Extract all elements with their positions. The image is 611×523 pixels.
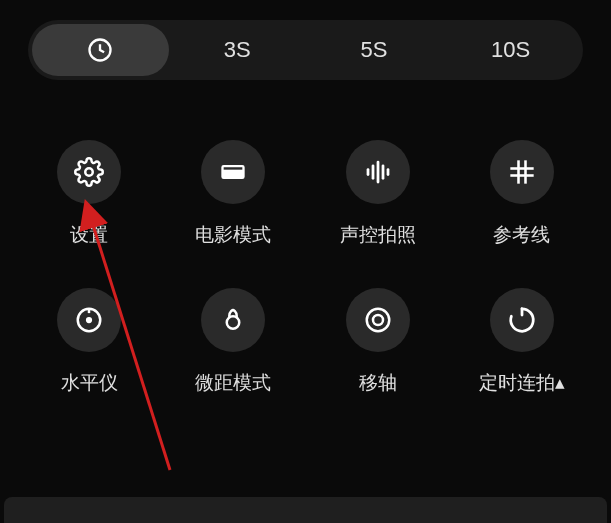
timer-icon: [490, 288, 554, 352]
svg-point-1: [85, 168, 93, 176]
tiltshift-icon: [346, 288, 410, 352]
tile-label: 电影模式: [195, 222, 271, 248]
gear-icon: [57, 140, 121, 204]
tile-label: 声控拍照: [340, 222, 416, 248]
tile-label: 参考线: [493, 222, 550, 248]
tile-timed-burst[interactable]: 定时连拍▴: [461, 288, 583, 396]
tile-label: 水平仪: [61, 370, 118, 396]
grid-icon: [490, 140, 554, 204]
timer-segment-3s[interactable]: 3S: [169, 24, 306, 76]
tile-level[interactable]: 水平仪: [28, 288, 150, 396]
svg-point-19: [373, 315, 383, 325]
tile-label: 微距模式: [195, 370, 271, 396]
feature-grid: 设置 电影模式 声控拍照: [0, 80, 611, 426]
voice-icon: [346, 140, 410, 204]
tile-macro-mode[interactable]: 微距模式: [172, 288, 294, 396]
tile-label: 定时连拍▴: [479, 370, 565, 396]
tile-gridlines[interactable]: 参考线: [461, 140, 583, 248]
timer-segmented-control[interactable]: 3S 5S 10S: [28, 20, 583, 80]
segment-label: 10S: [491, 37, 530, 63]
segment-label: 5S: [360, 37, 387, 63]
tile-settings[interactable]: 设置: [28, 140, 150, 248]
svg-point-18: [366, 309, 389, 332]
macro-icon: [201, 288, 265, 352]
clock-icon: [86, 36, 114, 64]
tile-tilt-shift[interactable]: 移轴: [317, 288, 439, 396]
tile-label: 移轴: [359, 370, 397, 396]
segment-label: 3S: [224, 37, 251, 63]
bottom-shelf: [4, 497, 607, 523]
timer-segment-instant[interactable]: [32, 24, 169, 76]
svg-point-15: [87, 318, 91, 322]
svg-point-17: [227, 316, 240, 329]
tile-voice-photo[interactable]: 声控拍照: [317, 140, 439, 248]
timer-segment-10s[interactable]: 10S: [442, 24, 579, 76]
level-icon: [57, 288, 121, 352]
tile-movie-mode[interactable]: 电影模式: [172, 140, 294, 248]
tile-label: 设置: [70, 222, 108, 248]
movie-icon: [201, 140, 265, 204]
timer-segment-5s[interactable]: 5S: [306, 24, 443, 76]
